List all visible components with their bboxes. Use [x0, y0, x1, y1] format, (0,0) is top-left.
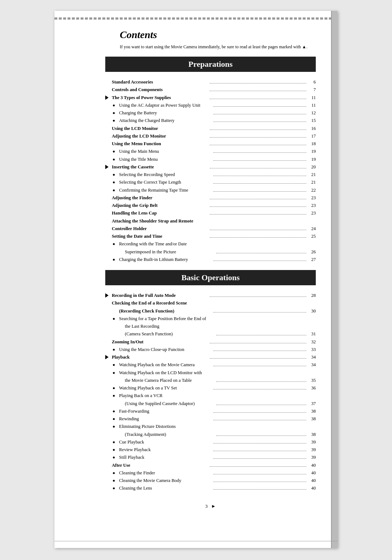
page: Contents If you want to start using the …	[54, 11, 338, 548]
toc-entry: Adjusting the Grip Belt 23	[105, 202, 316, 209]
toc-label: Searching for a Tape Position Before the…	[119, 315, 316, 323]
toc-page: 39	[308, 438, 316, 446]
toc-dots	[213, 389, 306, 389]
toc-page: 21	[308, 179, 316, 186]
toc-dots	[213, 152, 306, 153]
page-number-text: 3	[205, 503, 208, 509]
toc-marker: ●	[113, 315, 119, 322]
toc-dots	[216, 335, 306, 335]
toc-label: (Using the Supplied Cassette Adaptor)	[125, 400, 215, 408]
toc-page: 16	[308, 125, 316, 132]
toc-label: Selecting the Correct Tape Length	[119, 179, 212, 186]
toc-entry: the Movie Camera Placed on a Table 35	[105, 377, 316, 384]
toc-entry: ● Confirming the Remaining Tape Time 22	[105, 187, 316, 194]
toc-page: 21	[308, 171, 316, 179]
toc-dots	[213, 443, 306, 443]
toc-entry: ● Cleaning the Movie Camera Body 40	[105, 477, 316, 485]
toc-page: 28	[308, 292, 316, 299]
toc-label: Cleaning the Lens	[119, 485, 212, 492]
toc-marker	[105, 163, 112, 171]
toc-marker: ●	[113, 438, 119, 446]
toc-dots	[216, 381, 306, 382]
toc-label: Checking the End of a Recorded Scene	[112, 299, 316, 307]
toc-label: Zooming In/Out	[112, 338, 208, 346]
toc-dots	[210, 207, 306, 207]
toc-marker	[105, 217, 112, 225]
toc-page: 34	[308, 361, 316, 369]
toc-label: the Last Recording	[125, 323, 316, 330]
toc-entry: ● Searching for a Tape Position Before t…	[105, 315, 316, 323]
toc-label: Adjusting the Finder	[112, 194, 208, 202]
toc-page: 36	[308, 384, 316, 392]
toc-entry: Attaching the Shoulder Strap and Remote	[105, 217, 316, 225]
toc-page: 25	[308, 233, 316, 240]
toc-entry: ● Cleaning the Lens 40	[105, 485, 316, 492]
toc-label: the Movie Camera Placed on a Table	[125, 377, 215, 384]
toc-page: 35	[308, 377, 316, 384]
toc-entry: After Use 40	[105, 462, 316, 469]
toc-label: Setting the Date and Time	[112, 233, 208, 240]
toc-marker: ●	[113, 446, 119, 453]
toc-page: 26	[308, 248, 316, 256]
toc-dots	[213, 412, 306, 413]
toc-entry: ● Selecting the Recording Speed 21	[105, 171, 316, 179]
toc-label: Using the LCD Monitor	[112, 125, 208, 132]
toc-page: 40	[308, 469, 316, 477]
toc-marker: ●	[113, 256, 119, 263]
toc-label: After Use	[112, 462, 208, 469]
toc-marker	[105, 194, 112, 201]
toc-entry: Superimposed in the Picture 26	[105, 248, 316, 256]
toc-marker: ●	[113, 148, 119, 155]
toc-entry: Playback 34	[105, 353, 316, 361]
toc-marker: ●	[113, 392, 119, 399]
toc-entry: Standard Accessories 6	[105, 78, 316, 86]
toc-page: 11	[308, 102, 316, 109]
toc-marker: ●	[113, 156, 119, 163]
toc-dots	[213, 122, 306, 122]
toc-entry: ● Using the Title Menu 19	[105, 156, 316, 163]
toc-label: Still Playback	[119, 454, 212, 461]
page-title: Contents	[120, 29, 316, 41]
toc-label: Cleaning the Finder	[119, 469, 212, 477]
toc-marker: ●	[113, 485, 119, 492]
toc-marker: ●	[113, 408, 119, 415]
toc-label: Adjusting the LCD Monitor	[112, 132, 208, 140]
toc-page: 17	[308, 132, 316, 140]
toc-page: 23	[308, 194, 316, 202]
toc-dots	[210, 83, 306, 83]
toc-page: 33	[308, 346, 316, 353]
toc-label: Using the Title Menu	[119, 156, 212, 163]
toc-page: 38	[308, 431, 316, 438]
toc-preparations: Standard Accessories 6 Controls and Comp…	[105, 78, 316, 263]
toc-entry: (Camera Search Function) 31	[105, 330, 316, 338]
toc-dots	[210, 230, 306, 230]
toc-marker	[105, 353, 112, 361]
toc-label: Using the Macro Close-up Function	[119, 346, 212, 353]
toc-marker	[105, 125, 112, 132]
toc-entry: Using the Menu Function 18	[105, 140, 316, 148]
toc-dots	[210, 297, 306, 297]
toc-label: Controller Holder	[112, 225, 208, 233]
toc-entry: Using the LCD Monitor 16	[105, 125, 316, 132]
toc-marker: ●	[113, 102, 119, 109]
toc-label: Attaching the Shoulder Strap and Remote	[112, 217, 316, 225]
toc-marker	[105, 338, 112, 346]
toc-entry: ● Watching Playback on the Movie Camera …	[105, 361, 316, 369]
section-header-preparations: Preparations	[105, 57, 316, 72]
toc-label: Charging the Battery	[119, 109, 212, 117]
toc-entry: Zooming In/Out 32	[105, 338, 316, 346]
toc-entry: ● Cue Playback 39	[105, 438, 316, 446]
toc-page: 23	[308, 209, 316, 217]
toc-page: 12	[308, 109, 316, 117]
toc-page: 15	[308, 117, 316, 124]
toc-label: Attaching the Charged Battery	[119, 117, 212, 124]
toc-dots	[213, 191, 306, 192]
toc-dots	[210, 214, 306, 214]
toc-marker: ●	[113, 469, 119, 477]
toc-dots	[213, 474, 306, 474]
toc-dots	[216, 436, 306, 436]
toc-marker: ●	[113, 454, 119, 461]
toc-entry: ● Fast-Forwarding 38	[105, 408, 316, 415]
toc-marker	[105, 86, 112, 93]
toc-label: Standard Accessories	[112, 78, 208, 86]
